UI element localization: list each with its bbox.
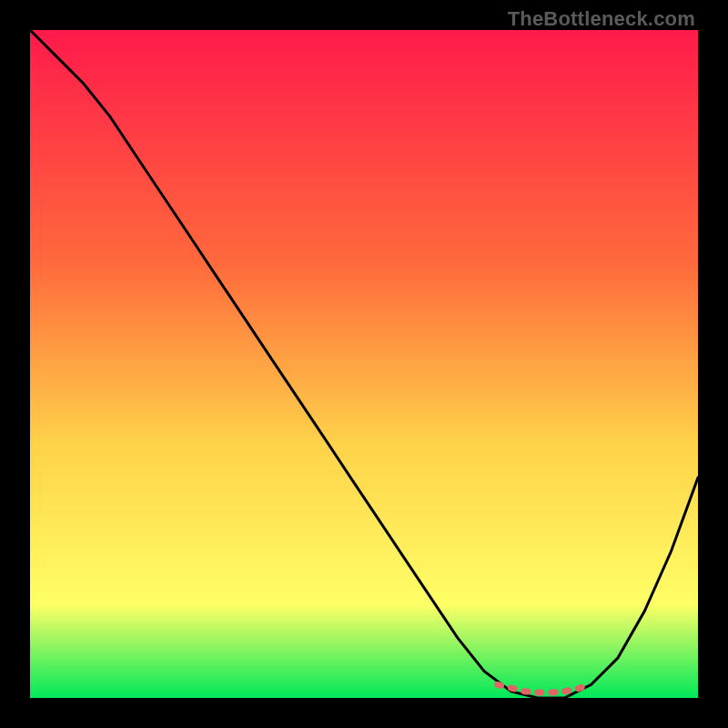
plot-area: [30, 30, 698, 698]
watermark-text: TheBottleneck.com: [508, 7, 695, 31]
chart-svg: [30, 30, 698, 698]
gradient-background: [30, 30, 698, 698]
chart-frame: { "watermark": "TheBottleneck.com", "col…: [0, 0, 728, 728]
